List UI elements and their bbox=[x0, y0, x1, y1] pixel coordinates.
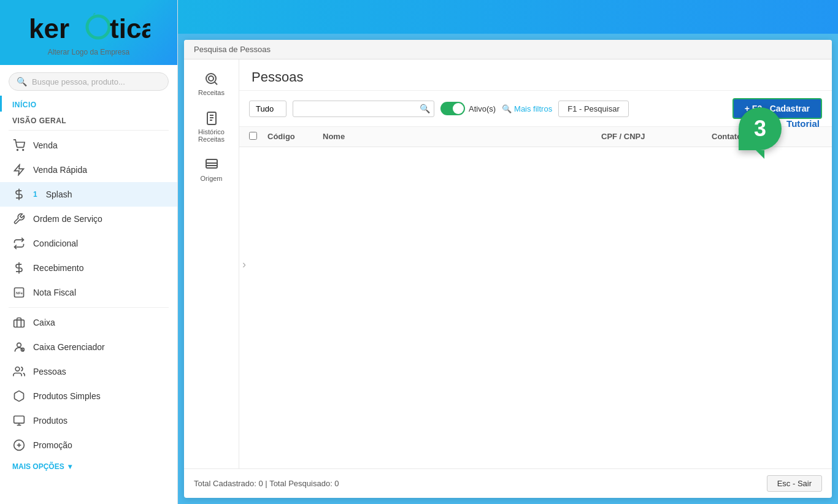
nav-item-caixa[interactable]: Caixa bbox=[0, 310, 177, 335]
tutorial-link[interactable]: Tutorial bbox=[786, 118, 820, 129]
nav-label-produtos: Produtos bbox=[33, 416, 67, 426]
tutorial-badge[interactable]: 3 bbox=[739, 107, 782, 150]
panel-title: Pesquisa de Pessoas bbox=[184, 40, 832, 59]
nav-item-caixa-gerenciador[interactable]: Caixa Gerenciador bbox=[0, 335, 177, 359]
change-logo-text[interactable]: Alterar Logo da Empresa bbox=[48, 48, 129, 56]
nfe-icon: NFe bbox=[12, 286, 26, 299]
panel-sidebar-receitas[interactable]: Receitas bbox=[187, 66, 236, 102]
mais-filtros-label: Mais filtros bbox=[514, 104, 552, 113]
svg-point-5 bbox=[23, 150, 24, 151]
svg-rect-15 bbox=[14, 416, 25, 424]
panel-sidebar-arrow[interactable]: › bbox=[242, 258, 246, 270]
mais-filtros-icon: 🔍 bbox=[502, 104, 512, 113]
nav-item-produtos[interactable]: Produtos bbox=[0, 408, 177, 433]
svg-marker-6 bbox=[15, 165, 24, 175]
tutorial-container: 3 Tutorial bbox=[739, 107, 820, 150]
box-icon bbox=[12, 389, 26, 403]
svg-point-1 bbox=[87, 16, 109, 38]
svg-text:´: ´ bbox=[93, 12, 96, 23]
origem-icon bbox=[204, 158, 219, 172]
nav-item-ordem[interactable]: Ordem de Serviço bbox=[0, 207, 177, 231]
svg-point-22 bbox=[209, 76, 213, 81]
svg-point-12 bbox=[17, 343, 21, 347]
table-body bbox=[239, 147, 832, 468]
receive-icon bbox=[12, 261, 26, 275]
nav-inicio[interactable]: INÍCIO bbox=[0, 96, 177, 112]
panel-footer: Total Cadastrado: 0 | Total Pesquisado: … bbox=[184, 468, 832, 498]
swap-icon bbox=[12, 237, 26, 250]
sidebar-header: ker tica ´ Alterar Logo da Empresa bbox=[0, 0, 177, 65]
svg-point-21 bbox=[206, 74, 216, 83]
search-input-wrap: 🔍 bbox=[293, 101, 434, 117]
main-area: Pesquisa de Pessoas 3 Tutorial Receitas bbox=[178, 0, 838, 504]
topbar bbox=[178, 0, 838, 34]
promo-icon bbox=[12, 438, 26, 452]
nav-item-pessoas[interactable]: Pessoas bbox=[0, 359, 177, 384]
logo-svg: ker tica ´ bbox=[28, 11, 150, 43]
esc-sair-button[interactable]: Esc - Sair bbox=[767, 475, 822, 492]
nav-label-caixa: Caixa bbox=[33, 318, 55, 327]
toggle-ativos[interactable] bbox=[440, 102, 465, 115]
nav-label-caixa-gerenciador: Caixa Gerenciador bbox=[33, 342, 105, 352]
chevron-down-icon: ▾ bbox=[68, 462, 72, 471]
cart-icon bbox=[12, 139, 26, 152]
filter-select[interactable]: Tudo Ativo Inativo bbox=[249, 101, 286, 117]
panel-sidebar-origem[interactable]: Origem bbox=[187, 151, 236, 188]
flash-icon bbox=[12, 163, 26, 177]
panel-body: Receitas Histórico Receitas Origem bbox=[184, 59, 832, 468]
panel-sidebar-origem-label: Origem bbox=[200, 175, 222, 182]
cashier-icon bbox=[12, 340, 26, 354]
search-placeholder: Busque pessoa, produto... bbox=[32, 77, 125, 86]
pesquisar-button[interactable]: F1 - Pesquisar bbox=[558, 101, 629, 117]
nav-label-venda-rapida: Venda Rápida bbox=[33, 165, 87, 175]
pesquisar-label: F1 - Pesquisar bbox=[567, 104, 620, 113]
nav-item-venda-rapida[interactable]: Venda Rápida bbox=[0, 158, 177, 182]
nav-label-condicional: Condicional bbox=[33, 239, 78, 248]
svg-line-23 bbox=[214, 82, 217, 85]
nav-more[interactable]: MAIS OPÇÕES ▾ bbox=[0, 457, 177, 476]
nav-item-venda[interactable]: Venda bbox=[0, 133, 177, 158]
svg-rect-11 bbox=[14, 320, 25, 327]
search-bar[interactable]: 🔍 Busque pessoa, produto... bbox=[9, 72, 169, 91]
nav-item-nota-fiscal[interactable]: NFe Nota Fiscal bbox=[0, 280, 177, 305]
tutorial-number: 3 bbox=[754, 116, 766, 142]
nav-label-ordem: Ordem de Serviço bbox=[33, 214, 102, 224]
nav-item-produtos-simples[interactable]: Produtos Simples bbox=[0, 384, 177, 408]
footer-total-cadastrado: Total Cadastrado: 0 bbox=[194, 479, 263, 488]
products-icon bbox=[12, 414, 26, 427]
nav-label-produtos-simples: Produtos Simples bbox=[33, 391, 101, 401]
historico-icon bbox=[204, 111, 219, 126]
toggle-wrap: Ativo(s) bbox=[440, 102, 496, 115]
search-icon: 🔍 bbox=[17, 77, 27, 86]
nav-item-splash[interactable]: 1 Splash bbox=[0, 182, 177, 207]
wrench-icon bbox=[12, 212, 26, 226]
nav-label-pessoas: Pessoas bbox=[33, 367, 66, 376]
footer-total: Total Cadastrado: 0 | Total Pesquisado: … bbox=[194, 479, 339, 488]
nav-label-nota-fiscal: Nota Fiscal bbox=[33, 288, 76, 297]
nav-label-promocao: Promoção bbox=[33, 440, 72, 450]
footer-total-pesquisado: Total Pesquisado: 0 bbox=[269, 479, 339, 488]
panel-sidebar-historico[interactable]: Histórico Receitas bbox=[187, 105, 236, 149]
search-input[interactable] bbox=[297, 101, 420, 116]
col-code-header: Código bbox=[267, 132, 323, 142]
mais-filtros-button[interactable]: 🔍 Mais filtros bbox=[502, 104, 552, 113]
toggle-label: Ativo(s) bbox=[469, 104, 496, 113]
nav-label-venda: Venda bbox=[33, 140, 58, 150]
people-icon bbox=[12, 365, 26, 378]
select-all-checkbox[interactable] bbox=[249, 132, 257, 140]
svg-text:ker: ker bbox=[29, 13, 69, 43]
register-icon bbox=[12, 316, 26, 329]
svg-text:tica: tica bbox=[110, 13, 150, 43]
panel-sidebar-historico-label: Histórico Receitas bbox=[192, 128, 231, 143]
col-cpf-header: CPF / CNPJ bbox=[601, 132, 712, 142]
nav-divider-1 bbox=[9, 130, 169, 131]
content-area: Pesquisa de Pessoas 3 Tutorial Receitas bbox=[178, 34, 838, 504]
nav-item-condicional[interactable]: Condicional bbox=[0, 231, 177, 256]
svg-point-14 bbox=[15, 367, 20, 372]
nav-label-recebimento: Recebimento bbox=[33, 263, 84, 273]
svg-point-4 bbox=[17, 150, 18, 151]
nav-item-promocao[interactable]: Promoção bbox=[0, 433, 177, 457]
sidebar: ker tica ´ Alterar Logo da Empresa 🔍 Bus… bbox=[0, 0, 178, 504]
splash-num: 1 bbox=[33, 190, 37, 199]
nav-item-recebimento[interactable]: Recebimento bbox=[0, 256, 177, 280]
